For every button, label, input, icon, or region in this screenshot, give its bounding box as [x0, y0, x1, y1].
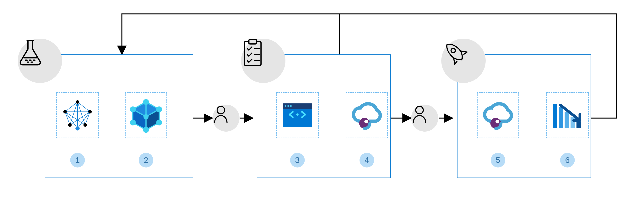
svg-point-34	[156, 120, 162, 126]
stage-deploy-badge	[441, 38, 486, 83]
step-3-number: 3	[295, 156, 300, 165]
svg-rect-55	[559, 107, 563, 128]
svg-point-35	[143, 127, 149, 133]
gate-2-person	[411, 104, 438, 132]
svg-point-16	[68, 123, 72, 126]
svg-line-7	[70, 112, 90, 125]
svg-point-47	[296, 114, 298, 116]
svg-point-38	[144, 114, 149, 119]
svg-line-3	[78, 102, 85, 125]
svg-rect-43	[283, 104, 312, 109]
step-1-number: 1	[75, 156, 80, 165]
cloud-point-icon-1	[346, 92, 388, 138]
svg-point-49	[364, 120, 368, 123]
stage-experiment-badge	[18, 38, 62, 83]
step-4-badge: 4	[360, 153, 374, 168]
svg-point-14	[63, 110, 67, 114]
step-2-number: 2	[144, 156, 148, 165]
svg-point-18	[76, 126, 80, 131]
cube-model-icon	[125, 92, 167, 138]
gate-1-person	[212, 104, 240, 132]
svg-rect-56	[565, 112, 569, 128]
svg-point-39	[217, 106, 224, 114]
architecture-diagram: 1 2	[0, 0, 644, 214]
code-window-icon	[276, 92, 318, 138]
svg-point-15	[88, 110, 92, 114]
neural-network-icon	[56, 92, 99, 138]
svg-line-6	[65, 112, 85, 125]
svg-point-44	[285, 105, 286, 107]
svg-rect-58	[576, 122, 581, 128]
stage-evaluate-badge	[241, 38, 286, 83]
step-5-badge: 5	[491, 153, 505, 168]
svg-line-5	[65, 112, 70, 125]
svg-point-17	[84, 123, 87, 126]
svg-point-13	[76, 100, 79, 104]
bar-chart-decline-icon	[546, 92, 589, 138]
svg-point-36	[130, 120, 136, 126]
step-1-badge: 1	[70, 153, 85, 168]
step-2-badge: 2	[139, 153, 153, 168]
svg-rect-41	[249, 39, 256, 44]
step-3-badge: 3	[290, 153, 305, 168]
svg-point-33	[156, 106, 162, 112]
svg-line-2	[70, 102, 78, 125]
svg-rect-57	[570, 117, 575, 128]
svg-point-37	[130, 106, 136, 112]
step-6-badge: 6	[560, 153, 575, 168]
step-4-number: 4	[364, 156, 369, 165]
svg-point-45	[288, 105, 289, 107]
svg-rect-54	[553, 104, 557, 128]
step-6-number: 6	[565, 156, 570, 165]
svg-point-46	[290, 105, 292, 107]
svg-point-53	[496, 120, 499, 123]
svg-point-51	[450, 48, 456, 54]
svg-point-32	[143, 99, 149, 105]
svg-line-8	[85, 112, 90, 125]
cloud-point-icon-2	[477, 92, 519, 138]
step-5-number: 5	[496, 156, 500, 165]
svg-rect-40	[244, 42, 261, 65]
svg-point-50	[416, 106, 423, 114]
